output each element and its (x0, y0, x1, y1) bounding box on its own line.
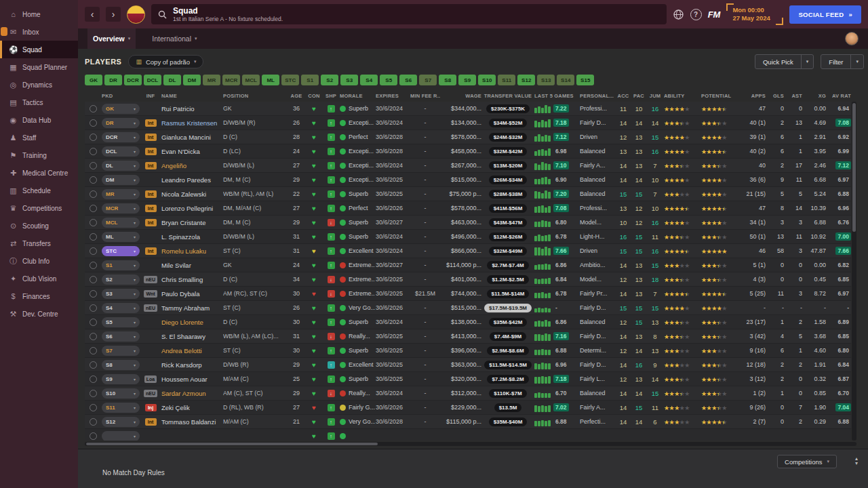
sidebar-item-medical-centre[interactable]: ✚Medical Centre (0, 164, 78, 182)
position-filter-s9[interactable]: S9 (458, 75, 476, 85)
position-filter-s1[interactable]: S1 (301, 75, 319, 85)
table-row[interactable]: S9▾LoaHoussem AouarM/AM (C)25♥↑Superb30/… (85, 372, 851, 386)
sidebar-item-staff[interactable]: ♟Staff (0, 129, 78, 146)
column-header-apps[interactable]: APPS (738, 93, 766, 99)
position-dropdown[interactable]: S8▾ (102, 360, 140, 370)
position-dropdown[interactable]: S9▾ (102, 374, 140, 384)
player-name[interactable]: Chris Smalling (161, 276, 222, 283)
position-filter-dl[interactable]: DL (163, 75, 181, 85)
player-checkbox[interactable] (90, 162, 97, 169)
player-checkbox[interactable] (90, 375, 97, 383)
player-checkbox[interactable] (90, 105, 97, 113)
column-header-shp[interactable]: SHP (323, 93, 339, 99)
position-filter-dr[interactable]: DR (104, 75, 122, 85)
player-checkbox[interactable] (90, 319, 97, 326)
help-button[interactable]: ? (690, 9, 702, 20)
position-dropdown[interactable]: DCL▾ (102, 146, 140, 157)
column-header-potential[interactable]: POTENTIAL (701, 93, 738, 99)
position-dropdown[interactable]: ML▾ (102, 232, 140, 242)
tab-international[interactable]: International ▾ (146, 28, 202, 49)
sidebar-item-schedule[interactable]: ▥Schedule (0, 182, 78, 199)
column-header-last-5-games[interactable]: LAST 5 GAMES (534, 93, 579, 99)
sidebar-item-competitions[interactable]: ♛Competitions (0, 199, 78, 217)
sidebar-item-scouting[interactable]: ⊙Scouting (0, 217, 78, 235)
column-header-personal[interactable]: PERSONAL... (580, 93, 615, 99)
table-row[interactable]: S3▾WntPaulo DybalaAM (RC), ST (C)30♥↓Ext… (85, 287, 851, 301)
globe-icon[interactable] (673, 9, 684, 20)
table-row[interactable]: S10▾nEUSardar AzmounAM (C), ST (C)29♥↓Re… (85, 386, 851, 401)
sidebar-item-dev-centre[interactable]: ⚒Dev. Centre (0, 305, 78, 323)
player-checkbox[interactable] (90, 347, 97, 354)
sidebar-item-club-info[interactable]: ⓘClub Info (0, 252, 78, 270)
column-header-inf[interactable]: INF (140, 93, 161, 99)
table-row[interactable]: DL▾IntAngeliñoD/WB/M (L)27♥↑Excepti...30… (85, 159, 851, 173)
forward-button[interactable]: › (106, 7, 121, 22)
column-header-name[interactable]: NAME (161, 93, 222, 99)
player-name[interactable]: Evan N'Dicka (161, 148, 222, 155)
position-filter-s8[interactable]: S8 (439, 75, 456, 85)
column-header-min-fee-r[interactable]: MIN FEE R... (410, 93, 440, 99)
view-selector[interactable]: ▥ Copy of padrão ▾ (128, 55, 203, 68)
player-name[interactable]: Gianluca Mancini (161, 134, 222, 141)
chevron-down-icon[interactable]: ▾ (801, 55, 814, 68)
position-filter-s3[interactable]: S3 (340, 75, 358, 85)
position-dropdown[interactable]: S2▾ (102, 274, 140, 285)
sidebar-item-transfers[interactable]: ⇄Transfers (0, 235, 78, 252)
chevron-down-icon[interactable]: ▾ (850, 55, 863, 68)
column-header-expires[interactable]: EXPIRES (376, 93, 410, 99)
player-checkbox[interactable] (90, 134, 97, 141)
player-checkbox[interactable] (90, 390, 97, 397)
position-filter-dcl[interactable]: DCL (144, 75, 161, 85)
column-header-wage[interactable]: WAGE (441, 93, 481, 99)
sidebar-item-inbox[interactable]: ✉Inbox (0, 23, 78, 41)
position-filter-s11[interactable]: S11 (498, 75, 515, 85)
position-filter-s6[interactable]: S6 (399, 75, 417, 85)
column-header-con[interactable]: CON (306, 93, 322, 99)
sidebar-item-dynamics[interactable]: ◎Dynamics (0, 76, 78, 94)
player-name[interactable]: Tammy Abraham (161, 304, 222, 312)
table-row[interactable]: S12▾IntTommaso BaldanziM/AM (C)21♥↑Very … (85, 415, 851, 429)
column-header-ast[interactable]: AST (785, 93, 802, 99)
club-crest[interactable] (127, 5, 145, 24)
table-row[interactable]: STC▾IntRomelu LukakuST (C)31♥↑Excellent3… (85, 244, 851, 258)
position-filter-s7[interactable]: S7 (419, 75, 437, 85)
column-header-ability[interactable]: ABILITY (664, 93, 701, 99)
sidebar-item-data-hub[interactable]: ◉Data Hub (0, 111, 78, 129)
position-filter-s10[interactable]: S10 (478, 75, 496, 85)
player-name[interactable]: Sardar Azmoun (161, 390, 222, 397)
back-button[interactable]: ‹ (85, 7, 100, 22)
player-checkbox[interactable] (90, 418, 97, 426)
player-checkbox[interactable] (90, 290, 97, 298)
player-checkbox[interactable] (90, 233, 97, 241)
position-filter-mcl[interactable]: MCL (242, 75, 260, 85)
player-checkbox[interactable] (90, 119, 97, 127)
table-row[interactable]: S8▾Rick KarsdorpD/WB (R)29♥↑Excellent30/… (85, 358, 851, 372)
table-row[interactable]: DR▾IntRasmus KristensenD/WB/M (R)26♥↑Exc… (85, 116, 851, 130)
position-filter-stc[interactable]: STC (281, 75, 299, 85)
table-row[interactable]: GK▾Rui PatricioGK36♥↑Superb30/6/2024-$34… (85, 102, 851, 116)
table-row[interactable]: DCR▾IntGianluca ManciniD (C)28♥↑Perfect3… (85, 130, 851, 144)
player-checkbox[interactable] (90, 432, 97, 440)
position-dropdown[interactable]: S6▾ (102, 331, 140, 342)
position-filter-dm[interactable]: DM (183, 75, 201, 85)
player-name[interactable]: Diego Llorente (161, 319, 222, 326)
scrollbar-thumb[interactable] (852, 103, 856, 232)
position-filter-dcr[interactable]: DCR (124, 75, 142, 85)
player-name[interactable]: S. El Shaarawy (161, 333, 222, 340)
position-dropdown[interactable]: S3▾ (102, 289, 140, 299)
sidebar-item-squad-planner[interactable]: ▦Squad Planner (0, 58, 78, 76)
tab-overview[interactable]: Overview ▾ (87, 28, 136, 49)
sidebar-item-finances[interactable]: $Finances (0, 287, 78, 305)
player-checkbox[interactable] (90, 148, 97, 155)
social-feed-button[interactable]: SOCIAL FEED » (789, 5, 861, 24)
player-checkbox[interactable] (90, 219, 97, 226)
filter-button[interactable]: Filter ▾ (821, 54, 864, 69)
competitions-dropdown[interactable]: Competitions ▾ (777, 455, 837, 468)
sidebar-item-club-vision[interactable]: ✦Club Vision (0, 270, 78, 287)
position-dropdown[interactable]: DR▾ (102, 118, 140, 128)
player-checkbox[interactable] (90, 205, 97, 212)
manager-avatar[interactable] (845, 32, 859, 45)
table-row[interactable]: S6▾S. El ShaarawyWB/M (L), AM (LC)...31♥… (85, 329, 851, 344)
position-dropdown[interactable]: MR▾ (102, 189, 140, 199)
position-filter-s12[interactable]: S12 (517, 75, 535, 85)
